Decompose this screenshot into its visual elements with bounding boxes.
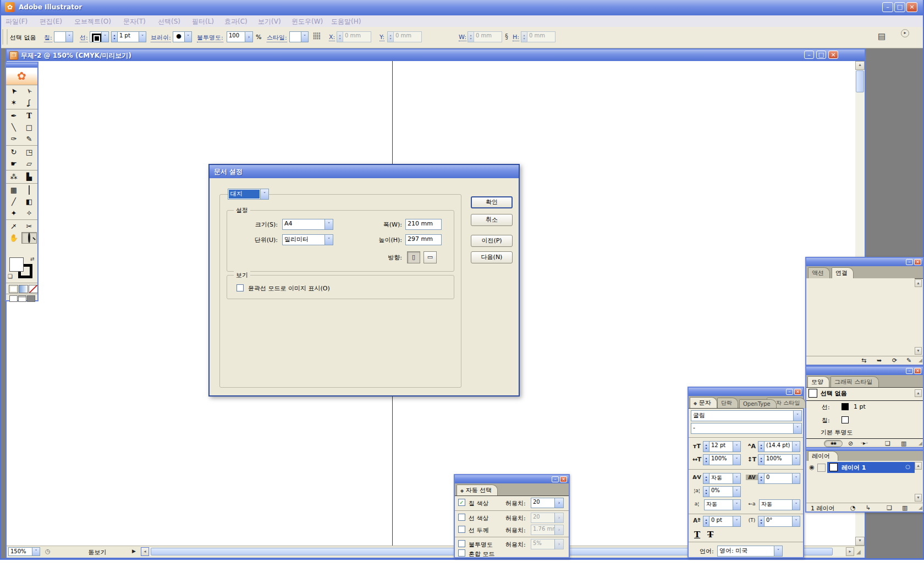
h-label[interactable]: H: bbox=[513, 34, 519, 41]
menu-view[interactable]: 보기(V) bbox=[258, 17, 281, 26]
dialog-section-dropdown[interactable]: ˅ bbox=[260, 189, 269, 200]
new-sublayer-icon[interactable]: ↳ bbox=[866, 504, 871, 511]
blend-mode-checkbox[interactable] bbox=[458, 549, 465, 557]
layers-resize-grip[interactable]: ◢ bbox=[919, 505, 922, 510]
tab-opentype[interactable]: OpenType bbox=[739, 399, 777, 408]
symbol-sprayer-tool[interactable]: ⁂ bbox=[6, 171, 21, 183]
fill-color-checkbox[interactable]: ✓ bbox=[458, 499, 465, 506]
links-resize-grip[interactable]: ◢ bbox=[919, 357, 922, 363]
baseline-shift-dropdown[interactable]: ˅ bbox=[733, 516, 741, 527]
eyedropper-tool[interactable]: ╱ bbox=[6, 196, 21, 207]
next-button[interactable]: 다음(N) bbox=[471, 251, 513, 263]
appearance-row-fill[interactable]: 칠: bbox=[806, 414, 923, 427]
appearance-titlebar[interactable]: – × bbox=[806, 367, 923, 375]
appearance-scroll-up[interactable]: ▴ bbox=[915, 389, 922, 397]
magic-wand-minimize-button[interactable]: – bbox=[552, 476, 559, 482]
font-style-field[interactable]: - bbox=[691, 423, 794, 434]
fill-swatch-field[interactable] bbox=[54, 31, 66, 42]
leading-field[interactable]: (14.4 pt) bbox=[764, 441, 793, 452]
tracking-field[interactable]: 0 bbox=[764, 473, 793, 484]
new-layer-icon[interactable]: ❏ bbox=[887, 504, 892, 511]
dialog-titlebar[interactable]: 문서 설정 bbox=[210, 165, 519, 178]
character-close-button[interactable]: × bbox=[794, 389, 801, 395]
standard-screen-button[interactable] bbox=[9, 295, 18, 302]
scroll-right-button[interactable]: ▸ bbox=[846, 547, 854, 556]
opacity-label[interactable]: 불투명도: bbox=[197, 34, 223, 42]
warp-tool[interactable]: ☛ bbox=[6, 158, 21, 169]
menu-type[interactable]: 문자(T) bbox=[123, 17, 146, 26]
live-paint-bucket-tool[interactable]: ✦ bbox=[6, 207, 21, 219]
stroke-weight-tolerance-flyout[interactable]: › bbox=[554, 525, 564, 535]
swap-fill-stroke-icon[interactable]: ⇄ bbox=[30, 256, 35, 262]
pencil-tool[interactable]: ✎ bbox=[21, 133, 37, 145]
w-field[interactable]: 0 mm bbox=[474, 31, 502, 42]
brush-field[interactable]: ● bbox=[173, 31, 185, 42]
new-art-basic-appearance-button[interactable]: ◉◉ bbox=[824, 440, 843, 447]
type-tool[interactable]: T bbox=[21, 110, 37, 122]
character-minimize-button[interactable]: – bbox=[786, 389, 793, 395]
gradient-button[interactable] bbox=[19, 285, 28, 293]
tab-layers[interactable]: 레이어 bbox=[808, 451, 838, 461]
window-resize-grip[interactable]: ◢ bbox=[856, 549, 861, 555]
make-clipping-mask-icon[interactable]: ◔ bbox=[850, 504, 856, 511]
stroke-weight-dropdown[interactable]: ˅ bbox=[139, 31, 146, 42]
fill-label[interactable]: 칠: bbox=[44, 34, 52, 42]
layers-scroll-up[interactable]: ▴ bbox=[915, 462, 922, 470]
app-minimize-button[interactable]: – bbox=[882, 2, 893, 12]
appearance-row-selection[interactable]: 선택 없음 ▴ bbox=[806, 387, 923, 401]
stroke-dropdown-button[interactable]: ˅ bbox=[101, 31, 109, 42]
brush-label[interactable]: 브러쉬: bbox=[151, 34, 171, 42]
links-scroll-up[interactable]: ▴ bbox=[915, 279, 922, 287]
scissors-tool[interactable]: ✂ bbox=[21, 221, 37, 232]
status-tool-text[interactable]: 돋보기 bbox=[67, 548, 128, 557]
blend-tool[interactable]: ◧ bbox=[21, 196, 37, 207]
fullscreen-button[interactable] bbox=[27, 295, 35, 302]
gradient-tool[interactable] bbox=[21, 184, 37, 196]
tracking-dropdown[interactable]: ˅ bbox=[792, 473, 800, 484]
stroke-tolerance-field[interactable]: 20 bbox=[531, 513, 555, 523]
vertical-scroll-thumb[interactable] bbox=[856, 70, 864, 92]
fill-tolerance-flyout[interactable]: › bbox=[554, 498, 564, 508]
line-tool[interactable]: ╲ bbox=[6, 122, 21, 133]
free-transform-tool[interactable]: ▱ bbox=[21, 158, 37, 169]
tab-actions[interactable]: 액션 bbox=[808, 267, 830, 278]
aki-right-field[interactable]: 자동 bbox=[759, 499, 793, 510]
document-titlebar[interactable]: ❒ 무제-2 @ 150% (CMYK/미리보기) – □ × bbox=[7, 49, 865, 61]
menu-object[interactable]: 오브젝트(O) bbox=[74, 17, 111, 26]
stroke-weight-tolerance-field[interactable]: 1.76 mm bbox=[531, 525, 555, 535]
orientation-portrait-button[interactable]: ▯ bbox=[407, 251, 420, 263]
baseline-shift-field[interactable]: 0 pt bbox=[709, 516, 733, 527]
magic-wand-tab[interactable]: ◆ 자동 선택 bbox=[457, 485, 498, 496]
tab-links[interactable]: 연결 bbox=[832, 267, 854, 278]
links-list[interactable] bbox=[806, 278, 915, 356]
orientation-landscape-button[interactable]: ▭ bbox=[424, 251, 437, 263]
none-button[interactable] bbox=[29, 285, 38, 293]
palette-collapse-icon[interactable]: ◆ bbox=[694, 401, 697, 406]
kerning-field[interactable]: 자동 bbox=[709, 473, 733, 484]
link-dimensions-icon[interactable]: § bbox=[505, 32, 508, 40]
opacity-checkbox[interactable] bbox=[458, 540, 465, 547]
fill-tolerance-field[interactable]: 20 bbox=[531, 498, 555, 508]
width-field[interactable]: 210 mm bbox=[405, 219, 442, 230]
strikethrough-button[interactable]: T bbox=[707, 530, 713, 540]
layers-scroll-down[interactable]: ▾ bbox=[915, 494, 922, 502]
document-close-button[interactable]: × bbox=[828, 51, 838, 59]
update-link-icon[interactable]: ⟳ bbox=[892, 357, 897, 364]
layer-lock-cell[interactable] bbox=[817, 464, 826, 472]
status-clock-icon[interactable]: ◷ bbox=[45, 548, 51, 555]
edit-original-icon[interactable]: ✎ bbox=[906, 357, 911, 364]
appearance-row-stroke[interactable]: 선: 1 pt bbox=[806, 400, 923, 414]
fullscreen-menubar-button[interactable] bbox=[18, 295, 26, 302]
style-dropdown-button[interactable]: ˅ bbox=[301, 31, 309, 42]
links-minimize-button[interactable]: – bbox=[906, 259, 913, 265]
stroke-color-checkbox[interactable] bbox=[458, 514, 465, 521]
tab-appearance[interactable]: 모양 bbox=[807, 376, 829, 387]
unit-dropdown[interactable]: ˅ bbox=[324, 234, 333, 245]
status-flyout-icon[interactable]: ▶ bbox=[132, 548, 136, 554]
control-palette-icon[interactable]: ▤ bbox=[878, 31, 886, 41]
menu-window[interactable]: 윈도우(W) bbox=[292, 17, 323, 26]
scroll-down-button[interactable]: ▾ bbox=[855, 537, 865, 546]
magic-wand-titlebar[interactable]: – × bbox=[455, 475, 569, 483]
appearance-minimize-button[interactable]: – bbox=[906, 368, 913, 374]
menu-help[interactable]: 도움말(H) bbox=[331, 17, 361, 26]
